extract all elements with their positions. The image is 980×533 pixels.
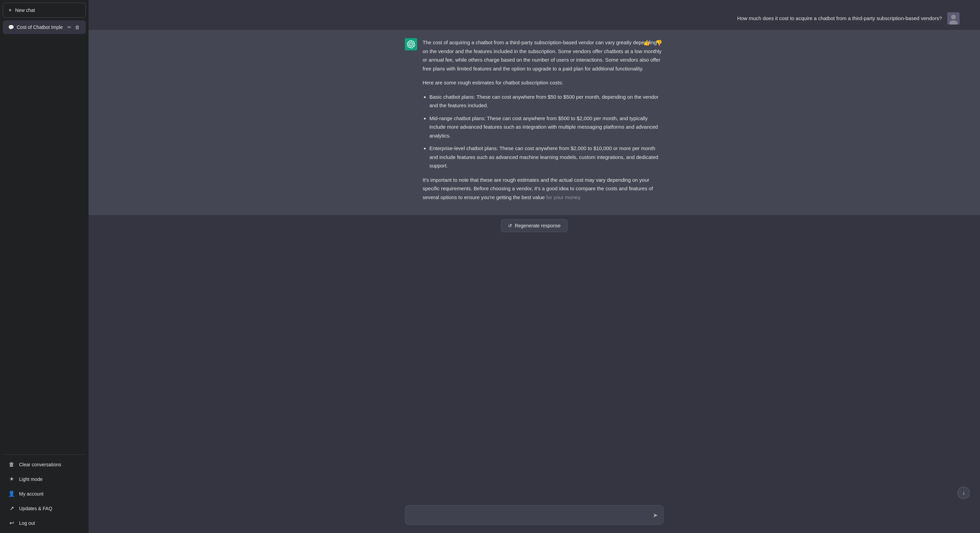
scroll-bottom-button[interactable]: ↓: [958, 487, 970, 499]
input-container: ➤: [89, 500, 980, 533]
ai-paragraph-3-faded: for your money.: [546, 194, 581, 200]
chat-bubble-icon: 💬: [8, 24, 14, 30]
input-wrapper: ➤: [405, 505, 663, 525]
regenerate-icon: ↺: [508, 223, 512, 228]
person-icon: 👤: [8, 490, 15, 497]
log-out-label: Log out: [19, 520, 35, 526]
light-mode-button[interactable]: ☀ Light mode: [3, 472, 86, 486]
chat-history-item[interactable]: 💬 Cost of Chatbot Imple ✏ 🗑: [3, 21, 86, 34]
chevron-down-icon: ↓: [962, 490, 965, 496]
ai-message-content: The cost of acquiring a chatbot from a t…: [423, 38, 663, 207]
light-mode-label: Light mode: [19, 476, 43, 482]
clear-conversations-button[interactable]: 🗑 Clear conversations: [3, 457, 86, 472]
ai-message: The cost of acquiring a chatbot from a t…: [89, 30, 980, 215]
new-chat-label: New chat: [15, 8, 35, 13]
chat-input[interactable]: [405, 505, 663, 525]
ai-bullet-3: Enterprise-level chatbot plans: These ca…: [430, 144, 663, 170]
clear-conversations-label: Clear conversations: [19, 462, 61, 467]
my-account-button[interactable]: 👤 My account: [3, 486, 86, 501]
ai-bullet-2: Mid-range chatbot plans: These can cost …: [430, 114, 663, 140]
ai-paragraph-3: It's important to note that these are ro…: [423, 176, 663, 202]
message-actions: 👍 👎: [642, 38, 663, 47]
ai-bullet-1: Basic chatbot plans: These can cost anyw…: [430, 93, 663, 110]
sun-icon: ☀: [8, 476, 15, 482]
regenerate-button[interactable]: ↺ Regenerate response: [501, 219, 568, 232]
thumbs-up-button[interactable]: 👍: [642, 38, 651, 47]
user-message-content: How much does it cost to acquire a chatb…: [737, 12, 959, 24]
updates-faq-label: Updates & FAQ: [19, 506, 52, 511]
ai-avatar: [405, 38, 417, 51]
log-out-button[interactable]: ↩ Log out: [3, 516, 86, 530]
regenerate-container: ↺ Regenerate response: [89, 215, 980, 236]
sidebar-divider: [3, 454, 86, 455]
chat-history: 💬 Cost of Chatbot Imple ✏ 🗑: [3, 21, 86, 452]
ai-paragraph-1: The cost of acquiring a chatbot from a t…: [423, 38, 663, 73]
updates-faq-button[interactable]: ↗ Updates & FAQ: [3, 501, 86, 516]
svg-point-1: [951, 14, 956, 19]
regenerate-label: Regenerate response: [515, 223, 561, 228]
thumbs-down-button[interactable]: 👎: [654, 38, 663, 47]
trash-icon: 🗑: [8, 462, 15, 468]
new-chat-button[interactable]: + New chat: [3, 3, 86, 18]
chat-item-label: Cost of Chatbot Imple: [17, 24, 64, 30]
user-message: How much does it cost to acquire a chatb…: [89, 7, 980, 30]
external-link-icon: ↗: [8, 505, 15, 512]
user-message-text: How much does it cost to acquire a chatb…: [737, 12, 942, 22]
main-content: How much does it cost to acquire a chatb…: [89, 0, 980, 533]
delete-chat-button[interactable]: 🗑: [74, 24, 80, 31]
sidebar: + New chat 💬 Cost of Chatbot Imple ✏ 🗑 🗑…: [0, 0, 89, 533]
ai-paragraph-2: Here are some rough estimates for chatbo…: [423, 78, 663, 87]
plus-icon: +: [8, 7, 11, 13]
edit-chat-button[interactable]: ✏: [67, 24, 72, 31]
logout-icon: ↩: [8, 520, 15, 526]
ai-message-inner: The cost of acquiring a chatbot from a t…: [405, 38, 663, 207]
ai-bullet-list: Basic chatbot plans: These can cost anyw…: [430, 93, 663, 170]
my-account-label: My account: [19, 491, 44, 497]
send-icon: ➤: [653, 512, 658, 519]
sidebar-bottom: 🗑 Clear conversations ☀ Light mode 👤 My …: [3, 457, 86, 530]
user-avatar: [947, 12, 959, 24]
send-button[interactable]: ➤: [651, 510, 659, 520]
chat-messages: How much does it cost to acquire a chatb…: [89, 0, 980, 500]
chat-item-actions: ✏ 🗑: [67, 24, 80, 31]
